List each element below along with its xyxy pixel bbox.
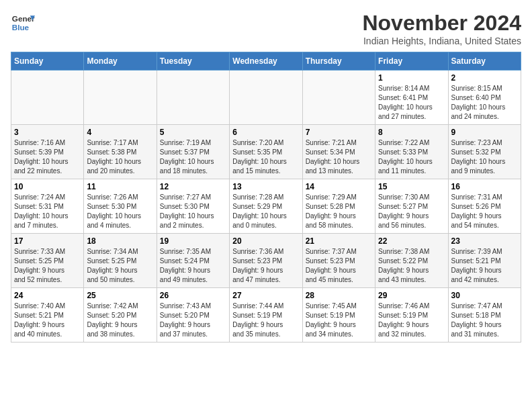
- day-number: 17: [14, 236, 81, 246]
- svg-text:Blue: Blue: [12, 23, 30, 32]
- day-info: Sunrise: 7:17 AM Sunset: 5:38 PM Dayligh…: [87, 138, 153, 176]
- calendar-body: 1Sunrise: 8:14 AM Sunset: 6:41 PM Daylig…: [11, 71, 521, 342]
- day-number: 9: [451, 128, 518, 137]
- calendar-cell: 22Sunrise: 7:38 AM Sunset: 5:22 PM Dayli…: [375, 234, 448, 288]
- day-number: 10: [14, 182, 81, 191]
- day-info: Sunrise: 8:15 AM Sunset: 6:40 PM Dayligh…: [451, 84, 518, 122]
- day-info: Sunrise: 7:33 AM Sunset: 5:25 PM Dayligh…: [14, 247, 81, 285]
- calendar-cell: 25Sunrise: 7:42 AM Sunset: 5:20 PM Dayli…: [84, 288, 157, 342]
- svg-text:General: General: [12, 14, 35, 23]
- week-row-5: 24Sunrise: 7:40 AM Sunset: 5:21 PM Dayli…: [11, 288, 521, 342]
- calendar-cell: [157, 71, 229, 125]
- month-title: November 2024: [362, 11, 521, 36]
- day-number: 12: [160, 182, 226, 191]
- day-number: 3: [14, 128, 81, 137]
- calendar-cell: 23Sunrise: 7:39 AM Sunset: 5:21 PM Dayli…: [448, 234, 521, 288]
- calendar-cell: 2Sunrise: 8:15 AM Sunset: 6:40 PM Daylig…: [448, 71, 521, 125]
- calendar-cell: 9Sunrise: 7:23 AM Sunset: 5:32 PM Daylig…: [448, 125, 521, 179]
- calendar-cell: 19Sunrise: 7:35 AM Sunset: 5:24 PM Dayli…: [157, 234, 229, 288]
- day-number: 5: [160, 128, 226, 137]
- calendar-cell: [84, 71, 157, 125]
- calendar-cell: 1Sunrise: 8:14 AM Sunset: 6:41 PM Daylig…: [375, 71, 448, 125]
- weekday-monday: Monday: [84, 52, 157, 71]
- calendar-cell: 3Sunrise: 7:16 AM Sunset: 5:39 PM Daylig…: [11, 125, 84, 179]
- day-info: Sunrise: 7:44 AM Sunset: 5:19 PM Dayligh…: [232, 302, 299, 339]
- day-info: Sunrise: 7:47 AM Sunset: 5:18 PM Dayligh…: [451, 302, 518, 339]
- day-number: 25: [87, 291, 153, 300]
- day-info: Sunrise: 7:16 AM Sunset: 5:39 PM Dayligh…: [14, 138, 81, 176]
- day-info: Sunrise: 7:42 AM Sunset: 5:20 PM Dayligh…: [87, 302, 153, 339]
- weekday-thursday: Thursday: [302, 52, 375, 71]
- day-number: 15: [378, 182, 445, 191]
- title-section: November 2024 Indian Heights, Indiana, U…: [362, 11, 521, 46]
- day-number: 26: [160, 291, 226, 300]
- location: Indian Heights, Indiana, United States: [362, 36, 521, 46]
- week-row-2: 3Sunrise: 7:16 AM Sunset: 5:39 PM Daylig…: [11, 125, 521, 179]
- day-number: 18: [87, 236, 153, 246]
- calendar-cell: 8Sunrise: 7:22 AM Sunset: 5:33 PM Daylig…: [375, 125, 448, 179]
- calendar-cell: [230, 71, 302, 125]
- calendar: SundayMondayTuesdayWednesdayThursdayFrid…: [11, 52, 521, 342]
- calendar-cell: 24Sunrise: 7:40 AM Sunset: 5:21 PM Dayli…: [11, 288, 84, 342]
- calendar-cell: 7Sunrise: 7:21 AM Sunset: 5:34 PM Daylig…: [302, 125, 375, 179]
- weekday-header-row: SundayMondayTuesdayWednesdayThursdayFrid…: [11, 52, 521, 71]
- weekday-friday: Friday: [375, 52, 448, 71]
- day-number: 23: [451, 236, 518, 246]
- calendar-cell: 4Sunrise: 7:17 AM Sunset: 5:38 PM Daylig…: [84, 125, 157, 179]
- calendar-cell: 15Sunrise: 7:30 AM Sunset: 5:27 PM Dayli…: [375, 179, 448, 234]
- day-info: Sunrise: 7:28 AM Sunset: 5:29 PM Dayligh…: [232, 193, 299, 230]
- logo: General Blue: [11, 11, 35, 35]
- weekday-sunday: Sunday: [11, 52, 84, 71]
- day-number: 11: [87, 182, 153, 191]
- day-number: 6: [232, 128, 299, 137]
- day-info: Sunrise: 7:30 AM Sunset: 5:27 PM Dayligh…: [378, 193, 445, 230]
- page-header: General Blue November 2024 Indian Height…: [11, 11, 521, 46]
- weekday-tuesday: Tuesday: [157, 52, 229, 71]
- day-number: 29: [378, 291, 445, 300]
- calendar-cell: 29Sunrise: 7:46 AM Sunset: 5:19 PM Dayli…: [375, 288, 448, 342]
- day-number: 24: [14, 291, 81, 300]
- weekday-saturday: Saturday: [448, 52, 521, 71]
- week-row-3: 10Sunrise: 7:24 AM Sunset: 5:31 PM Dayli…: [11, 179, 521, 234]
- day-info: Sunrise: 7:22 AM Sunset: 5:33 PM Dayligh…: [378, 138, 445, 176]
- day-number: 21: [306, 236, 372, 246]
- day-info: Sunrise: 7:38 AM Sunset: 5:22 PM Dayligh…: [378, 247, 445, 285]
- day-info: Sunrise: 7:35 AM Sunset: 5:24 PM Dayligh…: [160, 247, 226, 285]
- calendar-cell: 26Sunrise: 7:43 AM Sunset: 5:20 PM Dayli…: [157, 288, 229, 342]
- day-info: Sunrise: 7:45 AM Sunset: 5:19 PM Dayligh…: [306, 302, 372, 339]
- calendar-cell: 11Sunrise: 7:26 AM Sunset: 5:30 PM Dayli…: [84, 179, 157, 234]
- day-number: 28: [306, 291, 372, 300]
- calendar-cell: 10Sunrise: 7:24 AM Sunset: 5:31 PM Dayli…: [11, 179, 84, 234]
- day-number: 8: [378, 128, 445, 137]
- day-number: 4: [87, 128, 153, 137]
- day-info: Sunrise: 7:43 AM Sunset: 5:20 PM Dayligh…: [160, 302, 226, 339]
- day-number: 16: [451, 182, 518, 191]
- day-number: 22: [378, 236, 445, 246]
- day-info: Sunrise: 7:29 AM Sunset: 5:28 PM Dayligh…: [306, 193, 372, 230]
- calendar-cell: 14Sunrise: 7:29 AM Sunset: 5:28 PM Dayli…: [302, 179, 375, 234]
- day-number: 13: [232, 182, 299, 191]
- logo-icon: General Blue: [11, 11, 35, 35]
- day-info: Sunrise: 7:39 AM Sunset: 5:21 PM Dayligh…: [451, 247, 518, 285]
- day-number: 7: [306, 128, 372, 137]
- calendar-cell: [11, 71, 84, 125]
- calendar-cell: 13Sunrise: 7:28 AM Sunset: 5:29 PM Dayli…: [230, 179, 302, 234]
- day-number: 1: [378, 73, 445, 83]
- calendar-cell: 30Sunrise: 7:47 AM Sunset: 5:18 PM Dayli…: [448, 288, 521, 342]
- calendar-cell: 6Sunrise: 7:20 AM Sunset: 5:35 PM Daylig…: [230, 125, 302, 179]
- calendar-cell: 21Sunrise: 7:37 AM Sunset: 5:23 PM Dayli…: [302, 234, 375, 288]
- day-info: Sunrise: 7:20 AM Sunset: 5:35 PM Dayligh…: [232, 138, 299, 176]
- day-number: 14: [306, 182, 372, 191]
- day-number: 2: [451, 73, 518, 83]
- day-number: 27: [232, 291, 299, 300]
- day-info: Sunrise: 7:26 AM Sunset: 5:30 PM Dayligh…: [87, 193, 153, 230]
- day-info: Sunrise: 7:31 AM Sunset: 5:26 PM Dayligh…: [451, 193, 518, 230]
- day-number: 30: [451, 291, 518, 300]
- calendar-cell: 20Sunrise: 7:36 AM Sunset: 5:23 PM Dayli…: [230, 234, 302, 288]
- day-info: Sunrise: 7:37 AM Sunset: 5:23 PM Dayligh…: [306, 247, 372, 285]
- calendar-cell: 17Sunrise: 7:33 AM Sunset: 5:25 PM Dayli…: [11, 234, 84, 288]
- day-info: Sunrise: 7:19 AM Sunset: 5:37 PM Dayligh…: [160, 138, 226, 176]
- day-number: 19: [160, 236, 226, 246]
- day-info: Sunrise: 8:14 AM Sunset: 6:41 PM Dayligh…: [378, 84, 445, 122]
- calendar-cell: 12Sunrise: 7:27 AM Sunset: 5:30 PM Dayli…: [157, 179, 229, 234]
